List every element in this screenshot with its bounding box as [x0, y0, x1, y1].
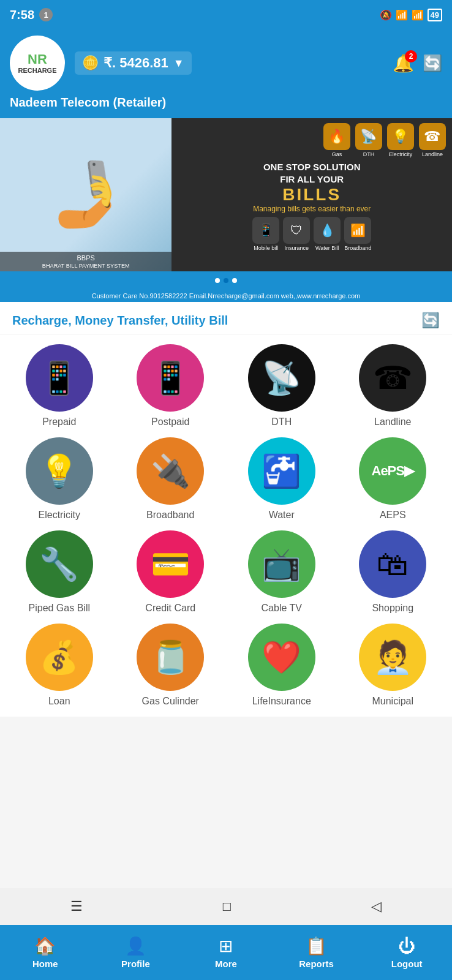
aeps-icon-circle: AePS▶	[359, 437, 426, 505]
banner-image-left: 🤳	[0, 118, 171, 271]
service-credit-card[interactable]: 💳 Credit Card	[118, 530, 224, 614]
aeps-label: AEPS	[380, 510, 406, 521]
prepaid-label: Prepaid	[42, 417, 76, 428]
banner-pagination	[0, 271, 452, 290]
battery-indicator: 49	[428, 9, 442, 21]
balance-dropdown-icon: ▼	[173, 57, 184, 70]
nav-more-label: More	[215, 959, 237, 969]
section-header: Recharge, Money Transfer, Utility Bill 🔄	[0, 302, 452, 334]
municipal-label: Municipal	[372, 696, 413, 707]
service-prepaid[interactable]: 📱 Prepaid	[6, 344, 113, 428]
banner-content-right: 🔥 Gas 📡 DTH 💡 Electricity ☎	[171, 118, 452, 271]
gas-cylinder-icon-circle: 🫙	[137, 624, 204, 691]
life-insurance-icon-circle: ❤️	[248, 624, 315, 691]
service-water[interactable]: 🚰 Water	[228, 437, 335, 521]
loan-label: Loan	[48, 696, 70, 707]
postpaid-label: Postpaid	[151, 417, 189, 428]
retailer-name: Nadeem Telecom (Retailer)	[10, 96, 442, 110]
nav-reports-label: Reports	[299, 959, 334, 969]
banner-bills-text: BILLS	[178, 185, 446, 205]
notification-count: 1	[39, 8, 53, 21]
balance-box[interactable]: 🪙 ₹. 5426.81 ▼	[75, 51, 192, 75]
service-postpaid[interactable]: 📱 Postpaid	[118, 344, 224, 428]
refresh-icon[interactable]: 🔄	[423, 54, 442, 73]
balance-amount: ₹. 5426.81	[104, 55, 168, 71]
dth-label: DTH	[271, 417, 292, 428]
reports-icon: 📋	[306, 936, 327, 956]
logo-subtext: RECHARGE	[18, 67, 57, 74]
banner-landline-icon: ☎ Landline	[419, 123, 446, 157]
contact-info: Customer Care No.9012582222 Email.Nrrech…	[0, 290, 452, 302]
nav-logout-label: Logout	[391, 959, 423, 969]
silent-icon: 🔕	[380, 9, 392, 21]
service-broadband[interactable]: 🔌 Broadband	[118, 437, 224, 521]
banner-headline: ONE STOP SOLUTIONFIR ALL YOUR	[178, 161, 446, 185]
wallet-icon: 🪙	[82, 55, 99, 71]
prepaid-icon-circle: 📱	[26, 344, 93, 412]
postpaid-icon-circle: 📱	[137, 344, 204, 412]
dot-3	[232, 278, 237, 283]
shopping-icon-circle: 🛍	[359, 530, 426, 598]
app-logo: NR RECHARGE	[10, 36, 65, 91]
nav-profile[interactable]: 👤 Profile	[91, 925, 181, 980]
municipal-icon-circle: 🧑‍💼	[359, 624, 426, 691]
bottom-navigation: 🏠 Home 👤 Profile ⊞ More 📋 Reports ⏻ Logo…	[0, 925, 452, 980]
service-piped-gas[interactable]: 🔧 Piped Gas Bill	[6, 530, 113, 614]
landline-label: Landline	[374, 417, 412, 428]
service-municipal[interactable]: 🧑‍💼 Municipal	[340, 624, 446, 707]
nav-logout[interactable]: ⏻ Logout	[361, 925, 452, 980]
nav-home[interactable]: 🏠 Home	[0, 925, 91, 980]
landline-icon-circle: ☎	[359, 344, 426, 412]
logo-text: NR	[18, 52, 57, 67]
system-navigation: ☰ □ ◁	[0, 888, 452, 925]
notification-button[interactable]: 🔔 2	[393, 53, 414, 74]
bbps-label: BBPSBHARAT BILL PAYMENT SYSTEM	[0, 252, 171, 271]
nav-more[interactable]: ⊞ More	[181, 925, 271, 980]
service-shopping[interactable]: 🛍 Shopping	[340, 530, 446, 614]
service-cable-tv[interactable]: 📺 Cable TV	[228, 530, 335, 614]
more-icon: ⊞	[219, 936, 233, 956]
banner-gas-icon: 🔥 Gas	[323, 123, 350, 157]
status-bar: 7:58 1 🔕 📶 📶 49	[0, 0, 452, 29]
shopping-label: Shopping	[372, 603, 413, 614]
piped-gas-icon-circle: 🔧	[26, 530, 93, 598]
electricity-icon-circle: 💡	[26, 437, 93, 505]
profile-icon: 👤	[125, 936, 146, 956]
gas-cylinder-label: Gas Culinder	[142, 696, 199, 707]
loan-icon-circle: 💰	[26, 624, 93, 691]
section-refresh-icon[interactable]: 🔄	[421, 312, 440, 329]
status-right: 🔕 📶 📶 49	[380, 9, 442, 21]
electricity-label: Electricity	[39, 510, 80, 521]
service-life-insurance[interactable]: ❤️ LifeInsurance	[228, 624, 335, 707]
nav-reports[interactable]: 📋 Reports	[271, 925, 362, 980]
service-loan[interactable]: 💰 Loan	[6, 624, 113, 707]
time-display: 7:58	[10, 8, 34, 22]
phone-hand-image: 🤳	[42, 153, 130, 237]
system-menu-button[interactable]: ☰	[70, 899, 83, 914]
water-label: Water	[269, 510, 295, 521]
system-back-button[interactable]: ◁	[371, 899, 382, 914]
promotional-banner: 🤳 🔥 Gas 📡 DTH 💡 El	[0, 118, 452, 302]
banner-insurance-icon: 🛡 Insurance	[283, 217, 310, 251]
home-icon: 🏠	[34, 936, 56, 956]
system-home-button[interactable]: □	[223, 899, 231, 914]
notification-badge: 2	[405, 50, 417, 62]
piped-gas-label: Piped Gas Bill	[29, 603, 91, 614]
credit-card-icon-circle: 💳	[137, 530, 204, 598]
broadband-icon-circle: 🔌	[137, 437, 204, 505]
service-gas-cylinder[interactable]: 🫙 Gas Culinder	[118, 624, 224, 707]
service-landline[interactable]: ☎ Landline	[340, 344, 446, 428]
cable-tv-icon-circle: 📺	[248, 530, 315, 598]
status-left: 7:58 1	[10, 8, 53, 22]
service-aeps[interactable]: AePS▶ AEPS	[340, 437, 446, 521]
service-electricity[interactable]: 💡 Electricity	[6, 437, 113, 521]
life-insurance-label: LifeInsurance	[252, 696, 311, 707]
app-header: NR RECHARGE 🪙 ₹. 5426.81 ▼ 🔔 2 🔄	[0, 29, 452, 118]
section-title: Recharge, Money Transfer, Utility Bill	[12, 314, 228, 328]
logout-icon: ⏻	[398, 936, 415, 956]
banner-dth-icon: 📡 DTH	[355, 123, 382, 157]
service-dth[interactable]: 📡 DTH	[228, 344, 335, 428]
credit-card-label: Credit Card	[145, 603, 195, 614]
cable-tv-label: Cable TV	[262, 603, 302, 614]
banner-mobile-bill-icon: 📱 Mobile bill	[252, 217, 279, 251]
